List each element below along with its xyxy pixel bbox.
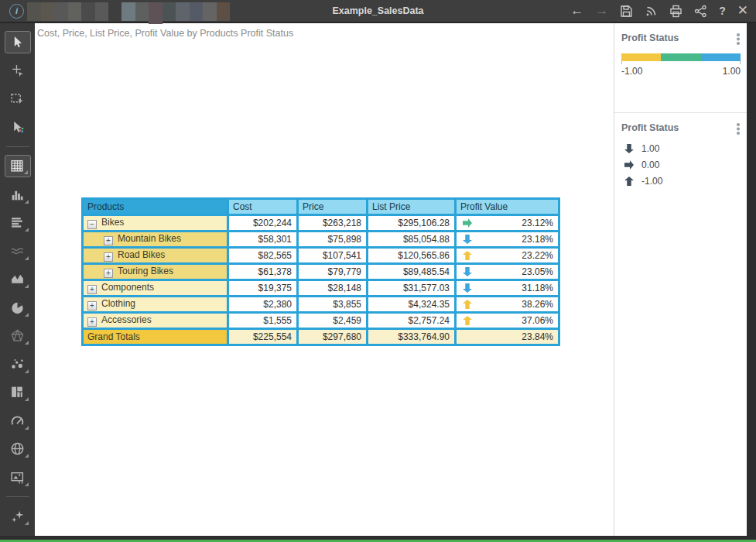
app-window: i Example_SalesData ← → xyxy=(0,0,756,542)
gradient-segment-green xyxy=(661,53,700,61)
toolbar-item-image[interactable] xyxy=(5,466,31,489)
redacted-block[interactable] xyxy=(54,2,68,21)
toolbar-divider xyxy=(6,146,29,147)
legend-item: 0.00 xyxy=(621,160,741,170)
redacted-block[interactable] xyxy=(121,2,135,21)
expand-icon[interactable]: + xyxy=(87,285,97,294)
back-icon[interactable]: ← xyxy=(570,0,583,22)
toolbar-item-gauge[interactable] xyxy=(5,410,31,432)
legend-menu-icon[interactable] xyxy=(737,33,740,46)
expand-icon[interactable]: + xyxy=(87,317,97,327)
row-label: Clothing xyxy=(101,298,135,309)
header-row: Products Cost Price List Price Profit Va… xyxy=(83,199,559,215)
redacted-block[interactable] xyxy=(68,2,82,21)
profit-value: 31.18% xyxy=(522,283,553,293)
redacted-block[interactable] xyxy=(81,2,95,21)
profit-status-arrow-icon xyxy=(463,235,472,244)
redacted-block[interactable] xyxy=(41,2,55,21)
toolbar-item-scatter-chart[interactable] xyxy=(5,353,31,376)
profit-status-arrow-icon xyxy=(463,267,472,276)
gradient-max-label: 1.00 xyxy=(723,66,741,77)
cost-cell: $1,555 xyxy=(228,313,298,329)
arrow-legend: Profit Status 1.00 0.00 -1.00 xyxy=(614,113,747,194)
window-frame-right xyxy=(747,23,756,536)
price-cell: $107,541 xyxy=(298,248,368,264)
down-arrow-icon xyxy=(624,144,634,153)
save-icon[interactable] xyxy=(620,5,633,18)
row-label-cell[interactable]: +Touring Bikes xyxy=(83,264,228,280)
toolbar-item-map[interactable] xyxy=(5,437,31,460)
row-label-cell[interactable]: +Components xyxy=(83,280,228,297)
toolbar-item-marquee-select[interactable] xyxy=(5,87,31,110)
toolbar-item-bar-chart[interactable] xyxy=(5,184,31,206)
redacted-block[interactable] xyxy=(95,2,109,21)
pivot-grid: Products Cost Price List Price Profit Va… xyxy=(81,197,560,346)
list-price-cell: $4,324.35 xyxy=(368,297,456,313)
gradient-ticks xyxy=(621,61,741,64)
help-icon[interactable]: ? xyxy=(719,0,726,22)
toolbar-item-radar-chart[interactable] xyxy=(5,324,31,347)
row-label-cell[interactable]: +Road Bikes xyxy=(83,248,228,264)
cost-cell: $202,244 xyxy=(228,215,298,232)
list-price-cell: $31,577.03 xyxy=(368,280,456,297)
share-icon[interactable] xyxy=(694,5,707,18)
toolbar-item-sparkline[interactable] xyxy=(5,240,31,262)
toolbar-item-pivot-grid[interactable] xyxy=(5,155,31,177)
toolbar-item-crosshair[interactable] xyxy=(5,60,31,82)
expand-icon[interactable]: + xyxy=(104,269,113,278)
profit-value-cell: 23.12% xyxy=(456,215,559,232)
legend-menu-icon[interactable] xyxy=(737,123,740,136)
redacted-block[interactable] xyxy=(190,2,204,21)
row-label-cell[interactable]: +Mountain Bikes xyxy=(83,232,228,248)
redacted-block[interactable] xyxy=(176,2,190,21)
redacted-block[interactable] xyxy=(203,2,217,21)
gradient-legend: Profit Status -1.00 1.00 xyxy=(614,23,747,113)
row-label-cell[interactable]: −Bikes xyxy=(83,215,228,232)
list-price-cell: $2,757.24 xyxy=(368,313,456,329)
feed-icon[interactable] xyxy=(645,5,658,18)
column-header-price[interactable]: Price xyxy=(298,199,368,215)
list-price-cell: $85,054.88 xyxy=(368,232,456,248)
price-cell: $28,148 xyxy=(298,280,368,297)
column-header-list-price[interactable]: List Price xyxy=(368,199,456,215)
profit-value-cell: 23.05% xyxy=(456,264,559,280)
column-header-profit-value[interactable]: Profit Value xyxy=(456,199,559,215)
table-row: +Mountain Bikes $58,301 $75,898 $85,054.… xyxy=(83,232,559,248)
titlebar: i Example_SalesData ← → xyxy=(0,0,756,23)
row-label-cell[interactable]: +Clothing xyxy=(83,297,228,313)
toolbar-item-pick-style[interactable] xyxy=(5,116,31,139)
expand-icon[interactable]: + xyxy=(104,252,113,262)
toolbar-item-range-area[interactable] xyxy=(5,268,31,290)
toolbar-item-pointer[interactable] xyxy=(5,31,31,53)
toolbar-item-pie-chart[interactable] xyxy=(5,297,31,319)
price-cell: $79,779 xyxy=(298,264,368,280)
forward-icon[interactable]: → xyxy=(595,0,608,22)
redacted-block[interactable] xyxy=(149,2,162,24)
redacted-toolbar-buttons xyxy=(27,2,230,24)
toolbar-item-treemap[interactable] xyxy=(5,381,31,403)
expand-icon[interactable]: + xyxy=(104,236,113,245)
redacted-block[interactable] xyxy=(135,2,149,21)
close-icon[interactable]: ✕ xyxy=(737,0,748,22)
toolbar-item-ai-assistant[interactable] xyxy=(5,505,31,527)
redacted-block[interactable] xyxy=(27,2,41,21)
collapse-icon[interactable]: − xyxy=(87,220,97,229)
redacted-block[interactable] xyxy=(162,2,176,21)
expand-icon[interactable]: + xyxy=(87,301,97,310)
profit-status-arrow-icon xyxy=(463,251,472,260)
item-toolbar xyxy=(0,23,35,536)
profit-value-cell: 37.06% xyxy=(456,313,559,329)
print-icon[interactable] xyxy=(669,5,682,18)
cost-cell: $225,554 xyxy=(228,329,298,345)
up-arrow-icon xyxy=(624,177,634,186)
info-icon[interactable]: i xyxy=(9,4,24,19)
row-label: Touring Bikes xyxy=(118,266,173,276)
redacted-block[interactable] xyxy=(217,2,231,21)
column-header-products[interactable]: Products xyxy=(83,199,228,215)
toolbar-item-linear-gauge[interactable] xyxy=(5,211,31,234)
gradient-bar xyxy=(621,53,741,61)
row-label-cell[interactable]: +Accessories xyxy=(83,313,228,329)
price-cell: $263,218 xyxy=(298,215,368,232)
profit-value: 23.22% xyxy=(522,250,553,261)
column-header-cost[interactable]: Cost xyxy=(228,199,298,215)
